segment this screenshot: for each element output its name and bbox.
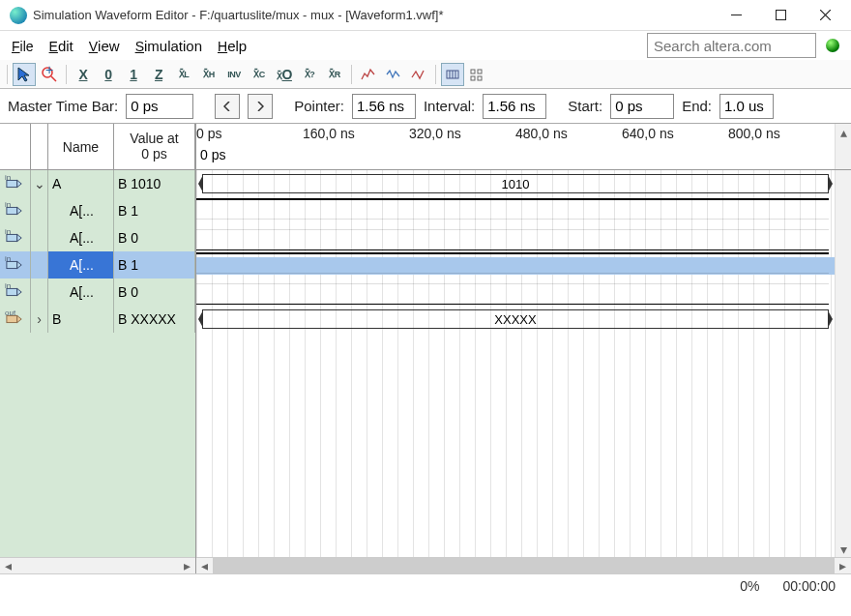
ruler-tick: 0 ps — [196, 126, 221, 141]
signal-name[interactable]: B — [48, 306, 114, 333]
signal-row[interactable]: in⌄AB 1010 — [0, 170, 195, 197]
time-ruler[interactable]: 0 ps160,0 ns320,0 ns480,0 ns640,0 ns800,… — [196, 124, 851, 147]
signal-row[interactable]: inA[...B 1 — [0, 251, 195, 279]
signal-name[interactable]: A[... — [48, 279, 114, 306]
status-percent: 0% — [740, 578, 759, 594]
signal-rows: in⌄AB 1010inA[...B 1inA[...B 0inA[...B 1… — [0, 170, 195, 557]
close-button[interactable] — [803, 1, 847, 30]
count-xc-button[interactable]: X̄C — [248, 63, 271, 86]
maximize-button[interactable] — [758, 1, 803, 30]
signal-value: B 1 — [114, 197, 195, 224]
right-hscroll-right-arrow[interactable]: ▸ — [835, 558, 851, 573]
waveform-track[interactable] — [196, 251, 835, 279]
signal-row[interactable]: inA[...B 0 — [0, 279, 195, 306]
globe-icon[interactable] — [826, 39, 839, 52]
menu-simulation[interactable]: Simulation — [130, 36, 208, 56]
force-x-button[interactable]: X — [72, 63, 95, 86]
random-3-button[interactable] — [407, 63, 430, 86]
minimize-button[interactable] — [714, 1, 758, 30]
interval-input[interactable] — [483, 94, 546, 119]
waveform-body[interactable]: ▾ 1010XXXXX — [196, 170, 851, 557]
svg-rect-4 — [471, 70, 475, 73]
signal-row[interactable]: out›BB XXXXX — [0, 306, 195, 333]
invert-button[interactable]: INV — [222, 63, 246, 86]
bus-value: XXXXX — [202, 309, 829, 329]
title-bar: Simulation Waveform Editor - F:/quartusl… — [0, 0, 851, 31]
count-xq-button[interactable]: X̄? — [298, 63, 321, 86]
expand-toggle[interactable] — [31, 279, 48, 306]
signal-name[interactable]: A[... — [48, 197, 114, 224]
window-title: Simulation Waveform Editor - F:/quartusl… — [33, 8, 714, 22]
force-xh-button[interactable]: X̄H — [197, 63, 220, 86]
menu-help[interactable]: Help — [212, 36, 252, 56]
left-hscroll-right-arrow[interactable]: ▸ — [179, 558, 195, 573]
start-input[interactable] — [610, 94, 674, 119]
bit-high-line — [196, 198, 829, 200]
count-xo-button[interactable]: X̄O — [273, 63, 296, 86]
vscroll-down-arrow[interactable]: ▾ — [836, 541, 851, 557]
signal-name[interactable]: A — [48, 170, 114, 197]
waveform-track[interactable] — [196, 224, 835, 251]
signal-dir-icon: in — [0, 224, 31, 251]
random-2-button[interactable] — [382, 63, 405, 86]
pointer-tool-button[interactable] — [13, 63, 36, 86]
expand-toggle[interactable] — [31, 224, 48, 251]
menu-file[interactable]: File — [6, 36, 40, 56]
count-xr-button[interactable]: X̄R — [323, 63, 346, 86]
svg-marker-11 — [17, 207, 22, 214]
menu-edit[interactable]: Edit — [44, 36, 79, 56]
app-icon — [10, 7, 27, 24]
time-prev-button[interactable] — [215, 94, 240, 119]
main-area: Name Value at 0 ps in⌄AB 1010inA[...B 1i… — [0, 124, 851, 573]
right-hscroll-left-arrow[interactable]: ◂ — [196, 558, 213, 573]
snap-transition-button[interactable] — [466, 63, 489, 86]
left-hscroll[interactable]: ◂ ▸ — [0, 557, 195, 573]
signal-dir-icon: in — [0, 279, 31, 306]
signal-row[interactable]: inA[...B 0 — [0, 224, 195, 251]
signal-row[interactable]: inA[...B 1 — [0, 197, 195, 224]
waveform-track[interactable]: XXXXX — [196, 306, 835, 333]
expand-toggle[interactable]: › — [31, 306, 48, 333]
vertical-scrollbar[interactable]: ▾ — [835, 170, 851, 557]
end-label: End: — [682, 98, 712, 114]
left-hscroll-left-arrow[interactable]: ◂ — [0, 558, 16, 573]
right-hscroll[interactable]: ◂ ▸ — [196, 557, 851, 573]
signal-value: B 1 — [114, 251, 195, 279]
svg-marker-13 — [17, 234, 22, 241]
waveform-track[interactable]: 1010 — [196, 170, 835, 197]
ruler-tick: 160,0 ns — [303, 126, 355, 141]
ruler-tick: 640,0 ns — [622, 126, 674, 141]
signal-name[interactable]: A[... — [48, 224, 114, 251]
master-time-input[interactable] — [126, 94, 193, 119]
search-input[interactable] — [647, 33, 816, 58]
force-0-button[interactable]: 0 — [97, 63, 120, 86]
vscroll-up-arrow[interactable]: ▴ — [836, 124, 851, 140]
force-z-button[interactable]: Z — [147, 63, 170, 86]
svg-text:+: + — [45, 66, 53, 77]
snap-grid-button[interactable] — [441, 63, 464, 86]
svg-rect-5 — [478, 70, 482, 73]
pointer-input[interactable] — [352, 94, 416, 119]
force-xl-button[interactable]: X̄L — [172, 63, 195, 86]
svg-rect-6 — [471, 76, 475, 80]
expand-toggle[interactable] — [31, 251, 48, 279]
waveform-track[interactable] — [196, 197, 835, 224]
svg-marker-15 — [17, 261, 22, 268]
time-next-button[interactable] — [248, 94, 273, 119]
header-value-col[interactable]: Value at 0 ps — [114, 124, 195, 170]
menu-view[interactable]: View — [83, 36, 126, 56]
expand-toggle[interactable] — [31, 197, 48, 224]
zoom-tool-button[interactable]: + — [38, 63, 61, 86]
right-hscroll-thumb[interactable] — [213, 558, 835, 573]
header-name-col[interactable]: Name — [48, 124, 114, 170]
bit-low-line — [196, 249, 829, 251]
end-input[interactable] — [719, 94, 774, 119]
header-expand-col — [31, 124, 48, 170]
waveform-track[interactable] — [196, 279, 835, 306]
window-buttons — [714, 1, 847, 30]
expand-toggle[interactable]: ⌄ — [31, 170, 48, 197]
signal-name[interactable]: A[... — [48, 251, 114, 279]
svg-marker-17 — [17, 288, 22, 295]
force-1-button[interactable]: 1 — [122, 63, 145, 86]
random-1-button[interactable] — [357, 63, 380, 86]
